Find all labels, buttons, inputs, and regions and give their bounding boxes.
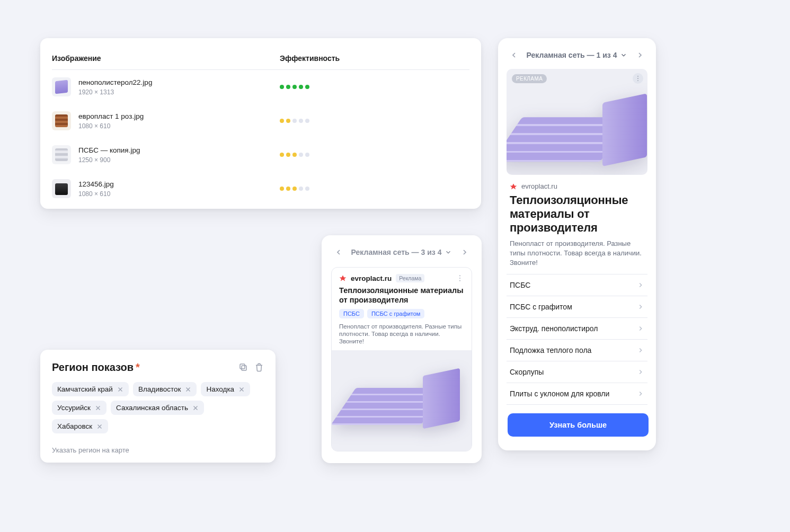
- svg-marker-14: [340, 275, 347, 281]
- ad-preview-small: Рекламная сеть — 3 из 4 evroplact.ru Рек…: [322, 235, 482, 463]
- file-dim: 1080 × 610: [78, 122, 280, 130]
- ad-card-small: evroplact.ru Реклама Теплоизоляционные м…: [331, 267, 472, 451]
- required-mark: *: [136, 361, 140, 373]
- region-chip[interactable]: Владивосток: [133, 382, 197, 396]
- domain[interactable]: evroplact.ru: [351, 274, 392, 282]
- region-chips: Камчатский крайВладивостокНаходкаУссурий…: [52, 382, 264, 433]
- chip-label: Камчатский край: [57, 385, 113, 393]
- prev-button[interactable]: [331, 245, 346, 260]
- region-actions: [238, 362, 264, 372]
- chevron-down-icon: [620, 51, 627, 59]
- chevron-right-icon: [637, 281, 644, 289]
- thumb-icon: [52, 111, 71, 130]
- ad-desc: Пенопласт от производителя. Разные типы …: [332, 318, 472, 350]
- trash-icon[interactable]: [254, 362, 264, 372]
- ad-preview-large: Рекламная сеть — 1 из 4 РЕКЛАМА evroplac…: [498, 38, 656, 450]
- region-chip[interactable]: Камчатский край: [52, 382, 129, 396]
- ad-image: [332, 350, 472, 451]
- pager-label[interactable]: Рекламная сеть — 3 из 4: [351, 248, 452, 256]
- thumb-icon: [52, 179, 71, 198]
- svg-point-16: [459, 278, 460, 279]
- chevron-right-icon: [637, 390, 644, 397]
- pager: Рекламная сеть — 1 из 4: [507, 48, 647, 63]
- chip-label: Хабаровск: [57, 422, 92, 430]
- ad-link[interactable]: Подложка теплого пола: [507, 339, 647, 361]
- svg-rect-1: [240, 364, 245, 369]
- close-icon[interactable]: [185, 386, 191, 393]
- effectiveness: [280, 153, 309, 157]
- file-dim: 1250 × 900: [78, 156, 280, 164]
- effectiveness: [280, 187, 309, 191]
- ad-tag[interactable]: ПСБС: [339, 309, 364, 318]
- close-icon[interactable]: [238, 386, 245, 393]
- close-icon[interactable]: [96, 423, 103, 430]
- header-eff: Эффективность: [280, 54, 340, 63]
- ad-link[interactable]: ПСБС с графитом: [507, 296, 647, 317]
- pager: Рекламная сеть — 3 из 4: [331, 245, 472, 260]
- link-label: ПСБС: [510, 281, 530, 289]
- chevron-right-icon: [637, 368, 644, 376]
- file-name: ПСБС — копия.jpg: [78, 146, 280, 155]
- file-dim: 1920 × 1313: [78, 88, 280, 96]
- file-name: европласт 1 роз.jpg: [78, 112, 280, 121]
- ad-title[interactable]: Теплоизоляционные материалы от производи…: [332, 282, 472, 305]
- ad-tag[interactable]: ПСБС с графитом: [367, 309, 425, 318]
- images-header: Изображение Эффективность: [52, 47, 469, 70]
- ad-links: ПСБСПСБС с графитомЭкструд. пенополистир…: [507, 274, 647, 405]
- favicon-icon: [510, 183, 517, 190]
- image-row[interactable]: 123456.jpg1080 × 610: [52, 172, 469, 206]
- effectiveness: [280, 119, 309, 123]
- svg-point-18: [637, 76, 638, 77]
- chip-label: Владивосток: [138, 385, 181, 393]
- link-label: Экструд. пенополистирол: [510, 324, 598, 333]
- ad-title[interactable]: Теплоизоляционные материалы от производи…: [507, 190, 647, 235]
- close-icon[interactable]: [192, 405, 199, 411]
- ad-meta: evroplact.ru: [507, 175, 647, 190]
- prev-button[interactable]: [507, 48, 521, 63]
- ad-link[interactable]: Скорлупы: [507, 361, 647, 383]
- link-label: ПСБС с графитом: [510, 303, 572, 311]
- chip-label: Уссурийск: [57, 404, 91, 412]
- chevron-right-icon: [637, 347, 644, 354]
- kebab-icon[interactable]: [633, 73, 643, 84]
- chevron-right-icon: [637, 303, 644, 311]
- image-row[interactable]: пенополистерол22.jpg1920 × 1313: [52, 70, 469, 104]
- chevron-right-icon: [637, 325, 644, 332]
- next-button[interactable]: [633, 48, 647, 63]
- image-row[interactable]: ПСБС — копия.jpg1250 × 900: [52, 138, 469, 172]
- close-icon[interactable]: [117, 386, 123, 393]
- link-label: Подложка теплого пола: [510, 346, 591, 354]
- ad-badge: РЕКЛАМА: [512, 74, 547, 83]
- ad-link[interactable]: ПСБС: [507, 274, 647, 296]
- file-name: пенополистерол22.jpg: [78, 78, 280, 87]
- next-button[interactable]: [457, 245, 472, 260]
- svg-point-19: [637, 78, 638, 79]
- region-chip[interactable]: Уссурийск: [52, 401, 106, 415]
- ad-link[interactable]: Экструд. пенополистирол: [507, 317, 647, 339]
- kebab-icon[interactable]: [456, 274, 464, 282]
- card-header: evroplact.ru Реклама: [332, 268, 472, 282]
- close-icon[interactable]: [95, 405, 101, 411]
- header-image: Изображение: [52, 54, 280, 63]
- svg-point-15: [459, 275, 460, 276]
- ad-link[interactable]: Плиты с уклоном для кровли: [507, 383, 647, 405]
- images-panel: Изображение Эффективность пенополистерол…: [40, 38, 481, 209]
- ad-tags: ПСБС ПСБС с графитом: [332, 305, 472, 318]
- chip-label: Находка: [206, 385, 234, 393]
- svg-point-17: [459, 280, 460, 281]
- pager-label[interactable]: Рекламная сеть — 1 из 4: [527, 51, 628, 59]
- cta-button[interactable]: Узнать больше: [508, 413, 649, 437]
- ad-desc: Пенопласт от производителя. Разные типы …: [507, 235, 647, 272]
- chevron-down-icon: [445, 249, 452, 256]
- image-row[interactable]: европласт 1 роз.jpg1080 × 610: [52, 104, 469, 138]
- map-link[interactable]: Указать регион на карте: [52, 446, 264, 454]
- region-chip[interactable]: Находка: [201, 382, 250, 396]
- region-chip[interactable]: Хабаровск: [52, 419, 108, 433]
- copy-icon[interactable]: [238, 362, 248, 372]
- favicon-icon: [339, 274, 347, 282]
- domain[interactable]: evroplact.ru: [521, 182, 557, 190]
- ad-label: Реклама: [396, 274, 424, 282]
- effectiveness: [280, 85, 309, 89]
- link-label: Скорлупы: [510, 368, 544, 376]
- region-chip[interactable]: Сахалинская область: [111, 401, 204, 415]
